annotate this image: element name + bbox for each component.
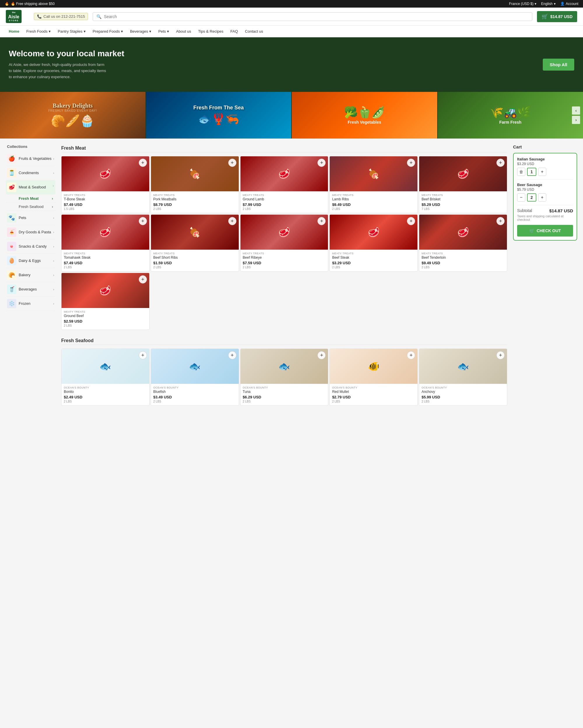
phone-label: Call us on 212-221-7515 [44,14,85,19]
sidebar-item-dry-goods[interactable]: 🍝 Dry Goods & Pasta › [6,225,55,239]
sidebar-item-meat-seafood[interactable]: 🥩 Meat & Seafood ˅ [6,180,55,194]
add-bonito-button[interactable]: + [139,351,147,359]
tuna-name: Tuna [243,390,326,394]
product-image-bonito: 🐟 + [61,349,149,384]
add-meatballs-button[interactable]: + [228,159,237,167]
product-card-lambribs[interactable]: 🍖 + Meaty Treats Lamb Ribs $9.49 USD 2 L… [329,156,418,213]
cart-button[interactable]: 🛒 $14.87 USD [537,11,577,22]
lambribs-info: Meaty Treats Lamb Ribs $9.49 USD 2 LBS [330,191,417,213]
beefbrisket-info: Meaty Treats Beef Brisket $5.29 USD 7 LB… [419,191,507,213]
product-card-beefsteak[interactable]: 🥩 + Meaty Treats Beef Steak $3.29 USD 2 … [329,214,418,271]
account-link[interactable]: 👤 Account [560,2,578,6]
banner-sea[interactable]: Fresh From The Sea 🐟🦞🦐 [146,92,292,138]
product-card-beefbrisket[interactable]: 🥩 + Meaty Treats Beef Brisket $5.29 USD … [419,156,507,213]
sidebar-item-snacks[interactable]: 🍬 Snacks & Candy › [6,239,55,254]
fresh-seafood-chevron: › [52,205,53,209]
nav-contact[interactable]: Contact us [242,26,266,37]
banner-farm[interactable]: 🌾🚜🌿 Farm Fresh ‹ › [438,92,583,138]
sidebar-item-beverages[interactable]: 🥤 Beverages › [6,282,55,296]
hero-title: Welcome to your local market [9,49,124,58]
add-bluefish-button[interactable]: + [228,351,237,359]
add-lambribs-button[interactable]: + [407,159,415,167]
groundbeef-price: $2.59 USD [64,319,147,323]
sidebar-item-pets[interactable]: 🐾 Pets › [6,211,55,225]
sidebar-subitem-fresh-meat[interactable]: Fresh Meat › [6,194,55,203]
fresh-seafood-label: Fresh Seafood [19,205,44,209]
banner-prev-button[interactable]: ‹ [572,106,580,114]
checkout-button[interactable]: 🛒 CHECK OUT [517,225,573,237]
sidebar-item-frozen[interactable]: ❄️ Frozen › [6,296,55,311]
banner-next-button[interactable]: › [572,116,580,124]
phone-badge[interactable]: 📞 Call us on 212-221-7515 [34,13,88,20]
shop-all-button[interactable]: Shop All [543,59,574,71]
meatballs-visual: 🍖 [151,156,239,191]
tuna-weight: 2 LBS [243,400,326,403]
product-card-bonito[interactable]: 🐟 + Ocean's Bounty Bonito $2.49 USD 2 LB… [61,348,149,406]
product-card-tuna[interactable]: 🐟 + Ocean's Bounty Tuna $6.29 USD 2 LBS [240,348,329,406]
product-card-redmullet[interactable]: 🐠 + Ocean's Bounty Red Mullet $2.79 USD … [329,348,418,406]
product-card-tbone[interactable]: 🥩 + Meaty Treats T-Bone Steak $7.49 USD … [61,156,149,213]
sidebar-subitem-fresh-seafood[interactable]: Fresh Seafood › [6,203,55,211]
lambribs-visual: 🍖 [330,156,417,191]
add-beefbrisket-button[interactable]: + [496,159,505,167]
product-card-groundbeef[interactable]: 🥩 + Meaty Treats Ground Beef $2.59 USD 2… [61,273,149,330]
bonito-brand: Ocean's Bounty [64,386,147,389]
product-card-meatballs[interactable]: 🍖 + Meaty Treats Pork Meatballs $8.79 US… [151,156,239,213]
add-tbone-button[interactable]: + [139,159,147,167]
add-redmullet-button[interactable]: + [407,351,415,359]
nav-pantry-staples[interactable]: Pantry Staples ▾ [55,26,89,37]
nav-home[interactable]: Home [6,26,22,37]
add-beefsteak-button[interactable]: + [407,217,415,225]
sidebar-item-bakery[interactable]: 🥐 Bakery › [6,268,55,282]
nav-tips[interactable]: Tips & Recipes [195,26,226,37]
cart-item2-increase-button[interactable]: + [538,193,546,202]
product-card-groundlamb[interactable]: 🥩 + Meaty Treats Ground Lamb $7.99 USD 2… [240,156,329,213]
banner-bakery-icons: 🥐🥖🧁 [48,114,97,128]
add-groundbeef-button[interactable]: + [139,275,147,284]
cart-item1-increase-button[interactable]: + [538,168,546,176]
nav-pets[interactable]: Pets ▾ [156,26,172,37]
cart-item1-delete-button[interactable]: 🗑 [517,168,525,176]
dairy-eggs-label: Dairy & Eggs [19,258,53,263]
cart-item1-controls: 🗑 1 + [517,168,573,176]
account-label: Account [566,2,578,6]
add-groundlamb-button[interactable]: + [317,159,326,167]
search-bar[interactable]: 🔍 [93,12,532,21]
product-card-tenderloin[interactable]: 🥩 + Meaty Treats Beef Tenderloin $9.49 U… [419,214,507,271]
groundbeef-weight: 2 LBS [64,324,147,327]
nav-fresh-foods[interactable]: Fresh Foods ▾ [23,26,54,37]
banner-bakery[interactable]: Bakery Delights FRESHLY BAKED EVERY DAY!… [0,92,146,138]
cart-divider-1 [517,179,573,180]
add-anchovy-button[interactable]: + [496,351,505,359]
nav-prepared-foods[interactable]: Prepared Foods ▾ [90,26,126,37]
nav-beverages[interactable]: Beverages ▾ [127,26,154,37]
product-card-bluefish[interactable]: 🐟 + Ocean's Bounty Bluefish $3.49 USD 2 … [151,348,239,406]
banner-veggies[interactable]: 🥦🫑🫛 Fresh Vegetables [292,92,438,138]
banner-farm-content: 🌾🚜🌿 Farm Fresh [490,106,531,125]
product-card-shortribs[interactable]: 🍖 + Meaty Treats Beef Short Ribs $1.59 U… [151,214,239,271]
cart-item2-decrease-button[interactable]: − [517,193,525,202]
language-selector[interactable]: English ▾ [541,2,555,6]
tenderloin-brand: Meaty Treats [421,252,505,255]
checkout-cart-icon: 🛒 [529,228,534,233]
tbone-info: Meaty Treats T-Bone Steak $7.49 USD 1.5 … [61,191,149,213]
product-card-anchovy[interactable]: 🐟 + Ocean's Bounty Anchovy $5.99 USD 2 L… [419,348,507,406]
sidebar-item-condiments[interactable]: 🫙 Condiments › [6,166,55,180]
add-tomahawk-button[interactable]: + [139,217,147,225]
nav-faq[interactable]: FAQ [227,26,241,37]
sidebar-item-fruits-vegetables[interactable]: 🍎 Fruits & Vegetables › [6,152,55,166]
product-card-ribeye[interactable]: 🥩 + Meaty Treats Beef Ribeye $7.59 USD 2… [240,214,329,271]
add-tuna-button[interactable]: + [317,351,326,359]
cart-item-beer-sausage: Beer Sausage $5.79 USD − 2 + [517,183,573,202]
logo-box: the Aisle STORE [6,10,22,23]
add-shortribs-button[interactable]: + [228,217,237,225]
sidebar-item-dairy-eggs[interactable]: 🥚 Dairy & Eggs › [6,254,55,268]
nav-about[interactable]: About us [173,26,194,37]
currency-selector[interactable]: France (USD $) ▾ [509,2,536,6]
add-tenderloin-button[interactable]: + [496,217,505,225]
product-card-tomahawk[interactable]: 🥩 + Meaty Treats Tomahawk Steak $7.49 US… [61,214,149,271]
search-input[interactable] [104,14,528,19]
logo[interactable]: the Aisle STORE [6,10,29,23]
add-ribeye-button[interactable]: + [317,217,326,225]
product-image-tuna: 🐟 + [241,349,328,384]
